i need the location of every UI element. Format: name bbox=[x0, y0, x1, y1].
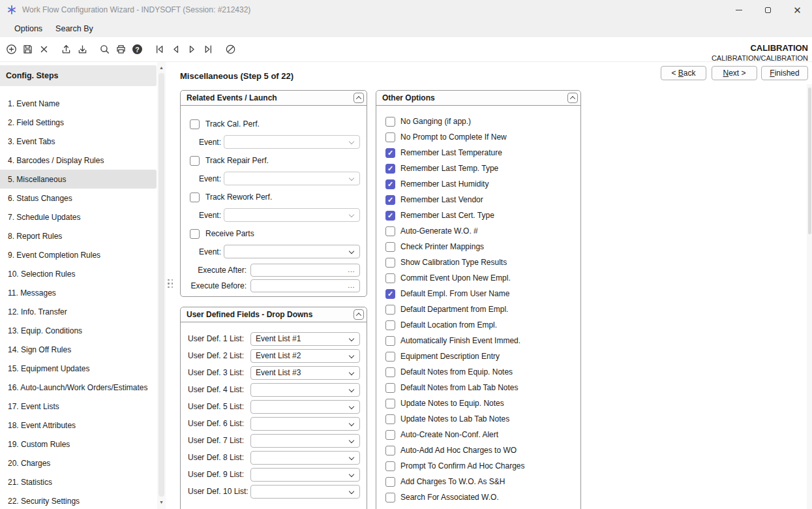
sidebar-item[interactable]: 15. Equipment Updates bbox=[0, 359, 157, 378]
checkbox[interactable] bbox=[385, 430, 395, 440]
sidebar-item[interactable]: 12. Info. Transfer bbox=[0, 302, 157, 321]
scroll-down-button[interactable]: ▼ bbox=[157, 498, 166, 506]
sidebar-item[interactable]: 11. Messages bbox=[0, 283, 157, 302]
collapse-button[interactable] bbox=[353, 93, 364, 103]
scrollbar-thumb[interactable] bbox=[158, 73, 164, 497]
sidebar-item[interactable]: 16. Auto-Launch/Work Orders/Estimates bbox=[0, 378, 157, 397]
next-button[interactable]: Next > bbox=[712, 66, 757, 80]
user-def-dropdown[interactable] bbox=[250, 451, 360, 465]
toolbar-next-record-button[interactable] bbox=[184, 41, 200, 58]
checkbox[interactable] bbox=[385, 477, 395, 487]
sidebar-item[interactable]: 3. Event Tabs bbox=[0, 132, 157, 151]
sidebar-item[interactable]: 17. Event Lists bbox=[0, 397, 157, 416]
toolbar-add-button[interactable] bbox=[3, 41, 20, 58]
collapse-button[interactable] bbox=[567, 93, 578, 103]
execute-after-field[interactable]: ... bbox=[250, 264, 360, 277]
execute-before-field[interactable]: ... bbox=[250, 279, 360, 292]
checkbox[interactable] bbox=[190, 229, 200, 239]
sidebar-item[interactable]: 5. Miscellaneous bbox=[0, 170, 157, 189]
toolbar-last-record-button[interactable] bbox=[200, 41, 217, 58]
toolbar-delete-button[interactable] bbox=[36, 41, 52, 58]
checkbox[interactable] bbox=[385, 148, 395, 158]
user-def-dropdown[interactable] bbox=[250, 417, 360, 431]
sidebar-item[interactable]: 2. Field Settings bbox=[0, 113, 157, 132]
toolbar-print-button[interactable] bbox=[113, 41, 129, 58]
toolbar-first-record-button[interactable] bbox=[151, 41, 168, 58]
sidebar-item[interactable]: 6. Status Changes bbox=[0, 189, 157, 208]
checkbox[interactable] bbox=[385, 461, 395, 471]
user-def-dropdown[interactable] bbox=[250, 383, 360, 397]
checkbox[interactable] bbox=[385, 179, 395, 189]
minimize-button[interactable] bbox=[724, 0, 753, 20]
back-button[interactable]: < Back bbox=[661, 66, 706, 80]
finished-button[interactable]: Finished bbox=[761, 66, 808, 80]
collapse-button[interactable] bbox=[353, 309, 364, 320]
browse-button[interactable]: ... bbox=[348, 284, 355, 288]
checkbox[interactable] bbox=[385, 289, 395, 299]
main-scrollbar[interactable] bbox=[807, 84, 812, 509]
user-def-dropdown[interactable] bbox=[250, 434, 360, 448]
menu-item[interactable]: Options bbox=[8, 21, 49, 37]
checkbox[interactable] bbox=[385, 367, 395, 377]
checkbox[interactable] bbox=[385, 242, 395, 252]
sidebar-item[interactable]: 10. Selection Rules bbox=[0, 264, 157, 283]
sidebar-item[interactable]: 22. Security Settings bbox=[0, 491, 157, 509]
checkbox[interactable] bbox=[385, 164, 395, 174]
scrollbar-thumb[interactable] bbox=[808, 87, 811, 234]
user-def-dropdown[interactable]: Event List #2 bbox=[250, 349, 360, 363]
checkbox[interactable] bbox=[190, 193, 200, 202]
checkbox[interactable] bbox=[385, 132, 395, 142]
event-dropdown[interactable] bbox=[224, 245, 360, 258]
checkbox[interactable] bbox=[385, 352, 395, 362]
checkbox[interactable] bbox=[385, 226, 395, 236]
toolbar-help-button[interactable]: ? bbox=[129, 41, 145, 58]
checkbox[interactable] bbox=[385, 195, 395, 205]
checkbox[interactable] bbox=[385, 414, 395, 424]
maximize-button[interactable] bbox=[753, 0, 783, 20]
sidebar-item[interactable]: 4. Barcodes / Display Rules bbox=[0, 151, 157, 170]
toolbar-import-button[interactable] bbox=[74, 41, 91, 58]
sidebar-item[interactable]: 8. Report Rules bbox=[0, 226, 157, 245]
toolbar-export-button[interactable] bbox=[58, 41, 74, 58]
checkbox[interactable] bbox=[385, 211, 395, 221]
sidebar-item[interactable]: 9. Event Completion Rules bbox=[0, 245, 157, 264]
event-dropdown[interactable] bbox=[224, 135, 360, 149]
user-def-dropdown[interactable] bbox=[250, 485, 360, 499]
checkbox[interactable] bbox=[385, 383, 395, 393]
checkbox[interactable] bbox=[385, 336, 395, 346]
event-dropdown[interactable] bbox=[224, 208, 360, 222]
sidebar-item[interactable]: 21. Statistics bbox=[0, 472, 157, 491]
browse-button[interactable]: ... bbox=[348, 268, 355, 272]
sidebar-item[interactable]: 18. Event Attributes bbox=[0, 416, 157, 435]
checkbox[interactable] bbox=[385, 493, 395, 502]
checkbox[interactable] bbox=[385, 117, 395, 127]
checkbox[interactable] bbox=[385, 273, 395, 283]
sidebar-item[interactable]: 14. Sign Off Rules bbox=[0, 340, 157, 359]
sidebar-item[interactable]: 20. Charges bbox=[0, 454, 157, 472]
checkbox[interactable] bbox=[385, 446, 395, 455]
sidebar-item[interactable]: 1. Event Name bbox=[0, 94, 157, 113]
user-def-dropdown[interactable] bbox=[250, 468, 360, 482]
scroll-up-button[interactable]: ▲ bbox=[157, 63, 166, 72]
event-dropdown[interactable] bbox=[224, 172, 360, 185]
toolbar-search-button[interactable] bbox=[97, 41, 113, 58]
checkbox[interactable] bbox=[385, 305, 395, 315]
menu-item[interactable]: Search By bbox=[49, 21, 100, 37]
toolbar-previous-record-button[interactable] bbox=[168, 41, 184, 58]
checkbox[interactable] bbox=[190, 119, 200, 129]
toolbar-save-button[interactable] bbox=[20, 41, 36, 58]
checkbox[interactable] bbox=[190, 156, 200, 166]
user-def-dropdown[interactable]: Event List #3 bbox=[250, 366, 360, 380]
toolbar-cancel-button[interactable] bbox=[222, 41, 239, 58]
sidebar-item[interactable]: 13. Equip. Conditions bbox=[0, 321, 157, 340]
checkbox[interactable] bbox=[385, 320, 395, 330]
sidebar-scrollbar[interactable]: ▲ ▼ bbox=[157, 62, 166, 509]
sidebar-item[interactable]: 7. Schedule Updates bbox=[0, 208, 157, 226]
splitter-handle[interactable] bbox=[168, 278, 173, 289]
checkbox[interactable] bbox=[385, 258, 395, 268]
user-def-dropdown[interactable]: Event List #1 bbox=[250, 332, 360, 346]
close-button[interactable]: ✕ bbox=[783, 0, 812, 20]
user-def-dropdown[interactable] bbox=[250, 400, 360, 414]
sidebar-item[interactable]: 19. Custom Rules bbox=[0, 435, 157, 454]
checkbox[interactable] bbox=[385, 399, 395, 409]
